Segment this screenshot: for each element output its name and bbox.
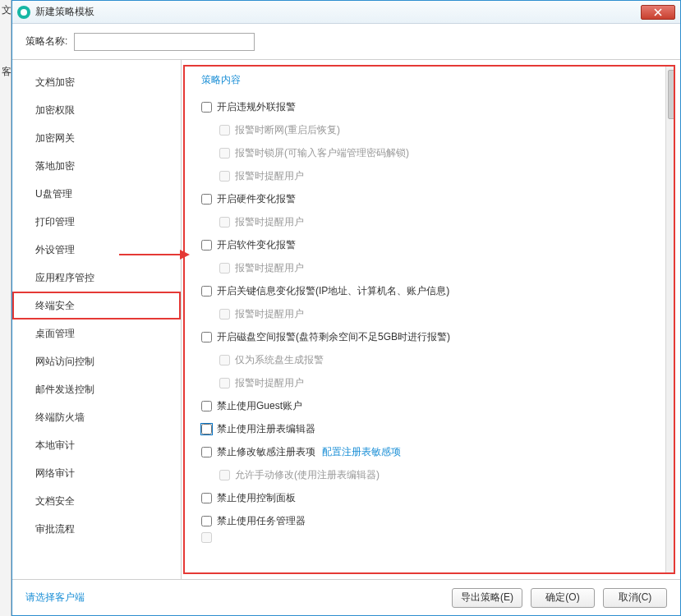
option-label-10: 开启磁盘空间报警(盘符剩余空间不足5GB时进行报警) xyxy=(217,330,450,344)
option-checkbox-16 xyxy=(219,470,230,480)
option-row-7: 报警时提醒用户 xyxy=(201,256,662,279)
option-sub-1: (重启后恢复) xyxy=(284,123,340,137)
option-checkbox-18[interactable] xyxy=(201,516,212,526)
option-label-7: 报警时提醒用户 xyxy=(235,261,304,275)
option-row-2: 报警时锁屏(可输入客户端管理密码解锁) xyxy=(201,141,662,164)
sidebar: 文档加密加密权限加密网关落地加密U盘管理打印管理外设管理应用程序管控终端安全桌面… xyxy=(12,60,182,579)
content-scrollbar[interactable] xyxy=(665,67,675,572)
titlebar: 新建策略模板 xyxy=(12,1,680,24)
section-title: 策略内容 xyxy=(201,73,662,87)
option-checkbox-14[interactable] xyxy=(201,424,212,434)
option-label-16: 允许手动修改 xyxy=(235,468,294,482)
sidebar-item-14[interactable]: 网络审计 xyxy=(12,459,181,487)
option-checkbox-17[interactable] xyxy=(201,493,212,503)
option-label-17: 禁止使用控制面板 xyxy=(217,491,296,505)
option-checkbox-13[interactable] xyxy=(201,401,212,411)
close-icon xyxy=(653,8,663,16)
cancel-button[interactable]: 取消(C) xyxy=(603,588,667,608)
option-label-14: 禁止使用注册表编辑器 xyxy=(217,422,315,436)
sidebar-item-4[interactable]: U盘管理 xyxy=(12,180,181,208)
option-label-11: 仅为系统盘生成报警 xyxy=(235,353,324,367)
option-checkbox-1 xyxy=(219,125,230,136)
sidebar-item-8[interactable]: 终端安全 xyxy=(12,292,181,319)
option-label-1: 报警时断网 xyxy=(235,123,284,137)
option-label-18: 禁止使用任务管理器 xyxy=(217,514,306,528)
option-row-0: 开启违规外联报警 xyxy=(201,95,662,118)
sidebar-item-12[interactable]: 终端防火墙 xyxy=(12,403,181,431)
option-link-15[interactable]: 配置注册表敏感项 xyxy=(322,445,401,459)
option-checkbox-6[interactable] xyxy=(201,240,212,251)
option-row-12: 报警时提醒用户 xyxy=(201,371,662,394)
option-sub-16: (使用注册表编辑器) xyxy=(294,468,380,482)
option-row-16: 允许手动修改(使用注册表编辑器) xyxy=(201,463,662,486)
option-row-4: 开启硬件变化报警 xyxy=(201,187,662,210)
option-label-6: 开启软件变化报警 xyxy=(217,238,296,252)
option-sub-2: (可输入客户端管理密码解锁) xyxy=(284,146,409,160)
dialog-window: 新建策略模板 策略名称: 文档加密加密权限加密网关落地加密U盘管理打印管理外设管… xyxy=(12,0,681,616)
option-label-15: 禁止修改敏感注册表项 xyxy=(217,445,315,459)
dialog-title: 新建策略模板 xyxy=(35,5,94,19)
option-checkbox-7 xyxy=(219,263,230,274)
name-label: 策略名称: xyxy=(25,34,67,48)
sidebar-item-3[interactable]: 落地加密 xyxy=(12,152,181,180)
option-label-2: 报警时锁屏 xyxy=(235,146,284,160)
scrollbar-thumb[interactable] xyxy=(668,70,675,119)
sidebar-item-15[interactable]: 文档安全 xyxy=(12,487,181,515)
strategy-name-input[interactable] xyxy=(74,33,255,51)
option-row-14: 禁止使用注册表编辑器 xyxy=(201,417,662,440)
option-checkbox-10[interactable] xyxy=(201,332,212,342)
option-label-8: 开启关键信息变化报警(IP地址、计算机名、账户信息) xyxy=(217,284,449,298)
option-checkbox-4[interactable] xyxy=(201,194,212,205)
option-row-1: 报警时断网(重启后恢复) xyxy=(201,118,662,141)
edge-tab-0: 文 xyxy=(0,0,11,21)
option-checkbox-0[interactable] xyxy=(201,102,212,113)
sidebar-item-2[interactable]: 加密网关 xyxy=(12,124,181,152)
footer: 请选择客户端 导出策略(E) 确定(O) 取消(C) xyxy=(12,579,680,615)
option-row-5: 报警时提醒用户 xyxy=(201,210,662,233)
sidebar-item-1[interactable]: 加密权限 xyxy=(12,96,181,124)
option-checkbox-15[interactable] xyxy=(201,447,212,457)
close-button[interactable] xyxy=(641,5,675,20)
footer-hint-link[interactable]: 请选择客户端 xyxy=(25,591,85,605)
option-row-11: 仅为系统盘生成报警 xyxy=(201,348,662,371)
option-row-15: 禁止修改敏感注册表项配置注册表敏感项 xyxy=(201,440,662,463)
sidebar-item-6[interactable]: 外设管理 xyxy=(12,236,181,264)
sidebar-item-11[interactable]: 邮件发送控制 xyxy=(12,375,181,403)
option-row-6: 开启软件变化报警 xyxy=(201,233,662,256)
option-label-3: 报警时提醒用户 xyxy=(235,169,304,183)
sidebar-item-5[interactable]: 打印管理 xyxy=(12,208,181,236)
sidebar-item-16[interactable]: 审批流程 xyxy=(12,515,181,543)
option-row-10: 开启磁盘空间报警(盘符剩余空间不足5GB时进行报警) xyxy=(201,325,662,348)
option-row-9: 报警时提醒用户 xyxy=(201,302,662,325)
option-checkbox-8[interactable] xyxy=(201,286,212,297)
sidebar-item-0[interactable]: 文档加密 xyxy=(12,68,181,96)
app-icon xyxy=(17,6,30,19)
name-row: 策略名称: xyxy=(12,24,680,60)
option-label-4: 开启硬件变化报警 xyxy=(217,192,296,206)
option-row-17: 禁止使用控制面板 xyxy=(201,486,662,509)
option-checkbox-12 xyxy=(219,378,230,388)
sidebar-item-9[interactable]: 桌面管理 xyxy=(12,319,181,347)
sidebar-item-13[interactable]: 本地审计 xyxy=(12,431,181,459)
export-button[interactable]: 导出策略(E) xyxy=(452,588,522,608)
cutoff-row xyxy=(201,532,662,547)
option-checkbox-2 xyxy=(219,148,230,159)
option-checkbox-3 xyxy=(219,171,230,182)
option-label-0: 开启违规外联报警 xyxy=(217,100,296,114)
option-checkbox-9 xyxy=(219,309,230,319)
ok-button[interactable]: 确定(O) xyxy=(531,588,595,608)
option-row-8: 开启关键信息变化报警(IP地址、计算机名、账户信息) xyxy=(201,279,662,302)
option-row-13: 禁止使用Guest账户 xyxy=(201,394,662,417)
option-row-3: 报警时提醒用户 xyxy=(201,164,662,187)
option-label-9: 报警时提醒用户 xyxy=(235,307,304,321)
cutoff-checkbox xyxy=(201,532,212,543)
sidebar-item-10[interactable]: 网站访问控制 xyxy=(12,347,181,375)
option-row-18: 禁止使用任务管理器 xyxy=(201,509,662,532)
sidebar-item-7[interactable]: 应用程序管控 xyxy=(12,264,181,292)
option-checkbox-11 xyxy=(219,355,230,365)
option-label-5: 报警时提醒用户 xyxy=(235,215,304,229)
option-label-12: 报警时提醒用户 xyxy=(235,376,304,390)
edge-tab-1: 客 xyxy=(0,62,11,82)
option-checkbox-5 xyxy=(219,217,230,228)
option-label-13: 禁止使用Guest账户 xyxy=(217,399,302,413)
